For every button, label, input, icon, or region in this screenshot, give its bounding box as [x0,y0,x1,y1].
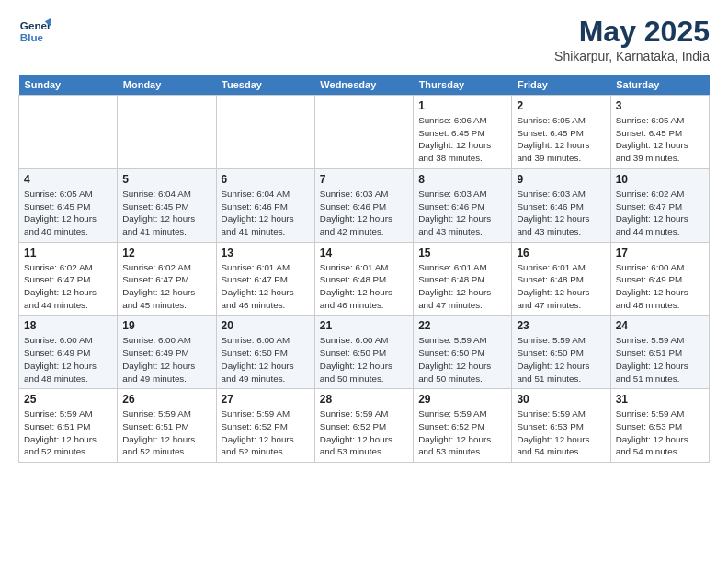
cell-w2-d2: 5Sunrise: 6:04 AM Sunset: 6:45 PM Daylig… [118,168,216,242]
cell-w5-d2: 26Sunrise: 5:59 AM Sunset: 6:51 PM Dayli… [118,389,216,463]
date-number: 8 [418,173,506,186]
cell-w4-d5: 22Sunrise: 5:59 AM Sunset: 6:50 PM Dayli… [414,316,512,389]
date-number: 4 [24,173,112,186]
cell-info-text: Sunrise: 6:00 AM Sunset: 6:50 PM Dayligh… [222,334,310,385]
day-header-row: Sunday Monday Tuesday Wednesday Thursday… [19,75,710,96]
cell-w1-d4 [314,96,413,169]
cell-w5-d1: 25Sunrise: 5:59 AM Sunset: 6:51 PM Dayli… [19,389,118,463]
cell-w2-d5: 8Sunrise: 6:03 AM Sunset: 6:46 PM Daylig… [414,168,512,242]
header-saturday: Saturday [610,75,709,96]
cell-info-text: Sunrise: 6:01 AM Sunset: 6:48 PM Dayligh… [418,261,506,312]
page: General Blue May 2025 Shikarpur, Karnata… [0,0,728,477]
date-number: 19 [122,319,210,332]
cell-info-text: Sunrise: 5:59 AM Sunset: 6:50 PM Dayligh… [418,334,506,385]
cell-info-text: Sunrise: 6:00 AM Sunset: 6:49 PM Dayligh… [122,334,210,385]
cell-info-text: Sunrise: 6:05 AM Sunset: 6:45 PM Dayligh… [616,114,704,165]
cell-info-text: Sunrise: 5:59 AM Sunset: 6:52 PM Dayligh… [418,408,506,458]
header-wednesday: Wednesday [314,75,413,96]
cell-w1-d6: 2Sunrise: 6:05 AM Sunset: 6:45 PM Daylig… [512,96,610,169]
cell-w1-d1 [19,96,118,169]
cell-info-text: Sunrise: 6:02 AM Sunset: 6:47 PM Dayligh… [122,261,210,312]
cell-w5-d6: 30Sunrise: 5:59 AM Sunset: 6:53 PM Dayli… [512,389,610,463]
header-sunday: Sunday [19,75,118,96]
date-number: 25 [24,393,112,406]
cell-info-text: Sunrise: 6:02 AM Sunset: 6:47 PM Dayligh… [616,188,704,238]
cell-w5-d5: 29Sunrise: 5:59 AM Sunset: 6:52 PM Dayli… [414,389,512,463]
date-number: 30 [517,393,605,406]
cell-info-text: Sunrise: 6:03 AM Sunset: 6:46 PM Dayligh… [517,188,605,238]
cell-w4-d1: 18Sunrise: 6:00 AM Sunset: 6:49 PM Dayli… [19,316,118,389]
cell-w2-d6: 9Sunrise: 6:03 AM Sunset: 6:46 PM Daylig… [512,168,610,242]
cell-w4-d4: 21Sunrise: 6:00 AM Sunset: 6:50 PM Dayli… [314,316,413,389]
cell-w5-d3: 27Sunrise: 5:59 AM Sunset: 6:52 PM Dayli… [216,389,314,463]
cell-w1-d5: 1Sunrise: 6:06 AM Sunset: 6:45 PM Daylig… [414,96,512,169]
date-number: 18 [24,319,112,332]
date-number: 24 [616,319,704,332]
cell-info-text: Sunrise: 6:05 AM Sunset: 6:45 PM Dayligh… [517,114,605,165]
cell-info-text: Sunrise: 6:04 AM Sunset: 6:46 PM Dayligh… [222,188,310,238]
cell-w5-d4: 28Sunrise: 5:59 AM Sunset: 6:52 PM Dayli… [314,389,413,463]
header-monday: Monday [118,75,216,96]
date-number: 23 [517,319,605,332]
date-number: 9 [517,173,605,186]
cell-w4-d7: 24Sunrise: 5:59 AM Sunset: 6:51 PM Dayli… [610,316,709,389]
cell-w4-d6: 23Sunrise: 5:59 AM Sunset: 6:50 PM Dayli… [512,316,610,389]
cell-w3-d2: 12Sunrise: 6:02 AM Sunset: 6:47 PM Dayli… [118,242,216,316]
cell-info-text: Sunrise: 6:00 AM Sunset: 6:50 PM Dayligh… [320,334,408,385]
cell-w5-d7: 31Sunrise: 5:59 AM Sunset: 6:53 PM Dayli… [610,389,709,463]
date-number: 7 [320,173,408,186]
date-number: 11 [24,247,112,259]
cell-w1-d7: 3Sunrise: 6:05 AM Sunset: 6:45 PM Daylig… [610,96,709,169]
date-number: 31 [616,393,704,406]
cell-w3-d6: 16Sunrise: 6:01 AM Sunset: 6:48 PM Dayli… [512,242,610,316]
cell-info-text: Sunrise: 6:01 AM Sunset: 6:48 PM Dayligh… [517,261,605,312]
month-title: May 2025 [554,15,710,49]
date-number: 15 [418,247,506,259]
date-number: 10 [616,173,704,186]
header-friday: Friday [512,75,610,96]
week-row-2: 4Sunrise: 6:05 AM Sunset: 6:45 PM Daylig… [19,168,710,242]
cell-info-text: Sunrise: 6:04 AM Sunset: 6:45 PM Dayligh… [122,188,210,238]
week-row-5: 25Sunrise: 5:59 AM Sunset: 6:51 PM Dayli… [19,389,710,463]
date-number: 14 [320,247,408,259]
cell-w2-d3: 6Sunrise: 6:04 AM Sunset: 6:46 PM Daylig… [216,168,314,242]
cell-info-text: Sunrise: 6:00 AM Sunset: 6:49 PM Dayligh… [24,334,112,385]
cell-info-text: Sunrise: 5:59 AM Sunset: 6:53 PM Dayligh… [517,408,605,458]
cell-info-text: Sunrise: 5:59 AM Sunset: 6:52 PM Dayligh… [222,408,310,458]
cell-info-text: Sunrise: 6:00 AM Sunset: 6:49 PM Dayligh… [616,261,704,312]
cell-w1-d2 [118,96,216,169]
date-number: 13 [222,247,310,259]
date-number: 12 [122,247,210,259]
svg-text:Blue: Blue [20,31,44,43]
date-number: 22 [418,319,506,332]
header-tuesday: Tuesday [216,75,314,96]
cell-w3-d7: 17Sunrise: 6:00 AM Sunset: 6:49 PM Dayli… [610,242,709,316]
cell-w2-d1: 4Sunrise: 6:05 AM Sunset: 6:45 PM Daylig… [19,168,118,242]
header: General Blue May 2025 Shikarpur, Karnata… [18,15,710,63]
logo-icon: General Blue [18,15,51,48]
date-number: 2 [517,99,605,112]
date-number: 6 [222,173,310,186]
date-number: 27 [222,393,310,406]
week-row-1: 1Sunrise: 6:06 AM Sunset: 6:45 PM Daylig… [19,96,710,169]
cell-info-text: Sunrise: 6:01 AM Sunset: 6:48 PM Dayligh… [320,261,408,312]
date-number: 3 [616,99,704,112]
cell-info-text: Sunrise: 6:03 AM Sunset: 6:46 PM Dayligh… [418,188,506,238]
cell-w4-d2: 19Sunrise: 6:00 AM Sunset: 6:49 PM Dayli… [118,316,216,389]
location: Shikarpur, Karnataka, India [554,49,710,63]
cell-info-text: Sunrise: 6:02 AM Sunset: 6:47 PM Dayligh… [24,261,112,312]
cell-w1-d3 [216,96,314,169]
cell-w2-d4: 7Sunrise: 6:03 AM Sunset: 6:46 PM Daylig… [314,168,413,242]
cell-info-text: Sunrise: 6:03 AM Sunset: 6:46 PM Dayligh… [320,188,408,238]
cell-info-text: Sunrise: 5:59 AM Sunset: 6:50 PM Dayligh… [517,334,605,385]
date-number: 16 [517,247,605,259]
cell-w4-d3: 20Sunrise: 6:00 AM Sunset: 6:50 PM Dayli… [216,316,314,389]
logo: General Blue [18,15,51,48]
cell-info-text: Sunrise: 5:59 AM Sunset: 6:52 PM Dayligh… [320,408,408,458]
cell-info-text: Sunrise: 6:05 AM Sunset: 6:45 PM Dayligh… [24,188,112,238]
cell-info-text: Sunrise: 5:59 AM Sunset: 6:53 PM Dayligh… [616,408,704,458]
cell-w3-d1: 11Sunrise: 6:02 AM Sunset: 6:47 PM Dayli… [19,242,118,316]
cell-w2-d7: 10Sunrise: 6:02 AM Sunset: 6:47 PM Dayli… [610,168,709,242]
week-row-3: 11Sunrise: 6:02 AM Sunset: 6:47 PM Dayli… [19,242,710,316]
cell-info-text: Sunrise: 5:59 AM Sunset: 6:51 PM Dayligh… [24,408,112,458]
